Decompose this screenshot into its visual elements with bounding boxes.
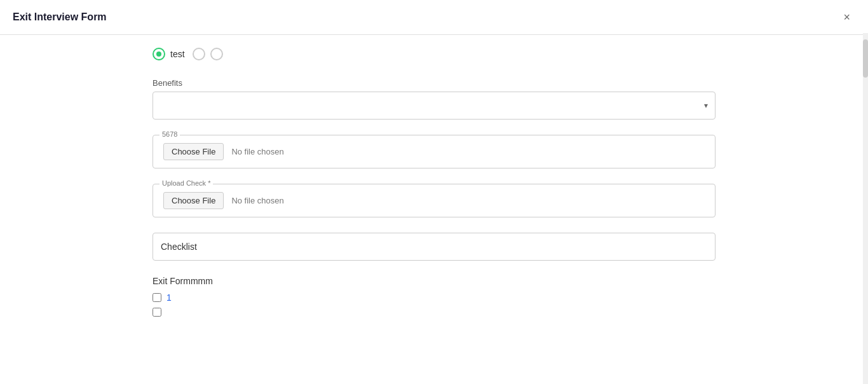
file-upload-check-legend: Upload Check *: [159, 179, 213, 187]
checkbox-1-label: 1: [166, 292, 172, 303]
exit-form-section: Exit Formmmm 1: [153, 276, 715, 317]
step-2-inactive-circle: [193, 48, 205, 60]
scrollbar-track[interactable]: [863, 33, 868, 384]
checkbox-1[interactable]: [153, 293, 161, 302]
file-upload-check-fieldset: Upload Check * Choose File No file chose…: [153, 184, 715, 217]
scrollbar-thumb[interactable]: [863, 39, 868, 78]
file-upload-check-group: Upload Check * Choose File No file chose…: [153, 184, 715, 217]
file-upload-5678-fieldset: 5678 Choose File No file chosen: [153, 135, 715, 168]
modal-body: test Benefits ▾ 5678 Choose File No file…: [0, 35, 868, 384]
step-1-active-circle: [153, 48, 165, 60]
benefits-select-wrapper: ▾: [153, 92, 715, 120]
choose-file-5678-button[interactable]: Choose File: [163, 143, 224, 160]
no-file-5678-text: No file chosen: [231, 147, 283, 156]
modal-title: Exit Interview Form: [13, 11, 107, 23]
modal-container: Exit Interview Form × test Benefits ▾: [0, 0, 868, 384]
checkbox-row-2: [153, 308, 715, 317]
choose-file-check-button[interactable]: Choose File: [163, 192, 224, 209]
step-3-inactive-circle: [210, 48, 223, 60]
file-upload-5678-legend: 5678: [159, 130, 180, 138]
checklist-input[interactable]: [153, 233, 715, 261]
modal-header: Exit Interview Form ×: [0, 0, 868, 35]
checkbox-row-1: 1: [153, 292, 715, 303]
step-1-active-inner: [156, 51, 161, 57]
file-upload-check-row: Choose File No file chosen: [163, 192, 705, 209]
benefits-group: Benefits ▾: [153, 78, 715, 120]
no-file-check-text: No file chosen: [231, 196, 283, 205]
checkbox-2[interactable]: [153, 308, 161, 317]
step-indicators: test: [153, 48, 715, 60]
benefits-label: Benefits: [153, 78, 715, 88]
checklist-group: [153, 233, 715, 261]
exit-form-label: Exit Formmmm: [153, 276, 715, 286]
benefits-select[interactable]: [153, 92, 715, 120]
step-1-label: test: [170, 49, 185, 59]
file-upload-5678-row: Choose File No file chosen: [163, 143, 705, 160]
close-button[interactable]: ×: [838, 9, 855, 25]
file-upload-5678-group: 5678 Choose File No file chosen: [153, 135, 715, 168]
